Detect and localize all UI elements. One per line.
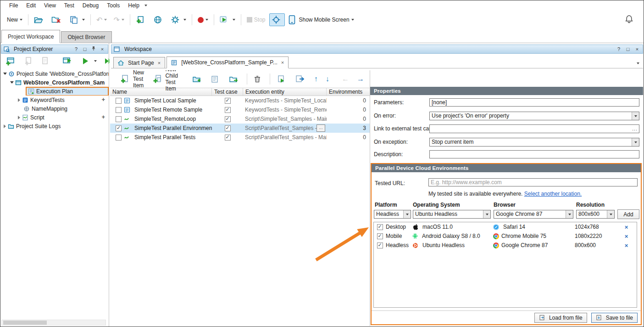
notifications-button[interactable] [625, 15, 635, 25]
test-case-checkbox[interactable] [225, 116, 231, 122]
tree-item-project-suite[interactable]: Project Suite 'WebStore_CrossPlatform... [0, 69, 109, 78]
indent-item-button[interactable]: → [354, 73, 367, 85]
add-new-item-button[interactable] [133, 13, 150, 26]
menu-test[interactable]: Test [60, 1, 78, 10]
execution-plan-selection[interactable]: Execution Plan [26, 87, 109, 96]
web-testing-button[interactable] [150, 13, 167, 26]
environment-row[interactable]: Desktop macOS 11.0 Safari 14 1024x768 × [374, 222, 637, 231]
expander-icon[interactable] [18, 98, 20, 102]
browse-button[interactable]: ... [631, 126, 639, 131]
test-item-row[interactable]: SimpleTest Local Sample KeywordTests - S… [110, 96, 370, 105]
move-up-button[interactable]: ↑ [311, 73, 321, 85]
tree-item-keywordtests[interactable]: KeywordTests + [0, 96, 109, 104]
tree-item-project[interactable]: WebStore_CrossPlatform_Sam [0, 78, 109, 87]
close-icon[interactable]: × [281, 60, 284, 65]
external-test-case-field[interactable]: ... [429, 124, 639, 133]
test-case-checkbox[interactable] [225, 135, 231, 141]
tested-url-input[interactable] [428, 178, 638, 186]
environment-row[interactable]: Headless Ubuntu Headless Google Chrome 8… [374, 241, 637, 250]
move-down-button[interactable]: ↓ [323, 73, 332, 85]
close-icon[interactable]: × [634, 46, 640, 52]
os-select[interactable]: Ubuntu Headless [413, 210, 491, 219]
select-location-link[interactable]: Select another location. [524, 191, 582, 197]
redo-button[interactable]: ↷ [111, 13, 127, 26]
expander-icon[interactable] [4, 124, 6, 128]
platform-select[interactable]: Headless [374, 210, 411, 219]
export-items-button[interactable] [293, 73, 309, 85]
options-button[interactable] [168, 13, 189, 26]
new-button[interactable]: New [4, 13, 25, 26]
run-focused-item-button[interactable] [274, 73, 290, 85]
outdent-item-button[interactable]: ← [339, 73, 352, 85]
save-to-file-button[interactable]: Save to file [591, 313, 638, 323]
display-object-spy-button[interactable] [269, 13, 285, 26]
close-icon[interactable]: × [99, 46, 105, 52]
test-case-checkbox[interactable] [225, 125, 231, 131]
execution-entity[interactable]: Script\ParallelTest_Samples - Main... [243, 133, 327, 142]
close-file-button[interactable] [49, 13, 66, 26]
maximize-icon[interactable]: □ [625, 46, 631, 52]
test-case-checkbox[interactable] [225, 98, 231, 104]
enabled-checkbox[interactable] [116, 125, 122, 131]
entity-browse-button[interactable]: ... [316, 124, 325, 132]
chevron-down-icon[interactable] [144, 5, 147, 6]
run-project-button[interactable] [60, 55, 77, 68]
menu-tools[interactable]: Tools [103, 1, 124, 10]
tab-project-workspace[interactable]: Project Workspace [1, 30, 60, 43]
save-all-button[interactable] [67, 13, 88, 26]
menu-help[interactable]: Help [124, 1, 144, 10]
column-execution-entity[interactable]: Execution entity [243, 88, 327, 96]
menu-edit[interactable]: Edit [22, 1, 40, 10]
menu-debug[interactable]: Debug [78, 1, 103, 10]
pin-icon[interactable] [90, 46, 97, 52]
expander-icon[interactable] [3, 73, 7, 75]
run-project-item-button[interactable] [78, 55, 100, 68]
external-test-case-input[interactable] [430, 125, 631, 133]
test-item-row[interactable]: SimpleTest Remote Sample KeywordTests - … [110, 105, 370, 114]
environment-checkbox[interactable] [377, 242, 383, 248]
remove-environment-button[interactable]: × [616, 224, 637, 231]
enabled-checkbox[interactable] [116, 107, 122, 113]
menu-view[interactable]: View [40, 1, 60, 10]
menu-file[interactable]: File [5, 1, 22, 10]
undo-button[interactable]: ↶ [94, 13, 110, 26]
scrollbar-thumb[interactable] [3, 321, 47, 325]
help-icon[interactable]: ? [73, 46, 79, 52]
load-from-file-button[interactable]: Load from file [534, 313, 587, 323]
execution-entity[interactable]: Script\ParallelTest_Samples - ... [245, 125, 323, 131]
remove-environment-button[interactable]: × [616, 233, 637, 240]
column-environments[interactable]: Environments [327, 88, 370, 96]
test-item-row[interactable]: SimpleTest_RemoteLoop Script\SimpleTest_… [110, 114, 370, 124]
enabled-checkbox[interactable] [116, 116, 122, 122]
environment-row[interactable]: Mobile Android Galaxy S8 / 8.0 Chrome Mo… [374, 231, 637, 241]
close-icon[interactable]: × [158, 60, 161, 66]
add-new-project-button[interactable] [3, 55, 20, 68]
delete-item-button[interactable] [251, 73, 266, 85]
tree-item-namemapping[interactable]: NameMapping [0, 104, 109, 113]
add-existing-item-button[interactable] [39, 55, 53, 68]
open-button[interactable] [31, 13, 48, 26]
enabled-checkbox[interactable] [116, 98, 122, 104]
ungroup-items-button[interactable] [226, 73, 243, 85]
new-test-item-button[interactable]: New Test Item [117, 73, 148, 85]
parameters-input[interactable] [429, 98, 639, 107]
copy-item-button[interactable] [208, 73, 224, 85]
tree-item-script[interactable]: Script + [0, 113, 109, 122]
column-name[interactable]: Name [110, 88, 212, 96]
record-button[interactable] [195, 13, 211, 26]
enabled-checkbox[interactable] [116, 135, 122, 141]
tab-object-browser[interactable]: Object Browser [61, 31, 111, 43]
tree-item-execution-plan[interactable]: Execution Plan [0, 87, 109, 96]
tab-list-chevron-icon[interactable] [637, 62, 639, 64]
environment-checkbox[interactable] [377, 233, 383, 239]
execution-entity[interactable]: KeywordTests - SimpleTest_Remo... [243, 105, 327, 114]
stop-button[interactable]: Stop [244, 13, 268, 26]
execution-entity[interactable]: KeywordTests - SimpleTest_Local... [243, 96, 327, 105]
column-test-case[interactable]: Test case [212, 88, 243, 96]
remove-environment-button[interactable]: × [616, 242, 637, 249]
add-new-item-to-project-button[interactable] [22, 55, 37, 68]
browser-select[interactable]: Google Chrome 87 [494, 210, 573, 219]
expander-icon[interactable] [18, 116, 20, 119]
test-item-row[interactable]: SimpleTest Parallel Tests Script\Paralle… [110, 133, 370, 142]
help-icon[interactable]: ? [616, 46, 622, 52]
